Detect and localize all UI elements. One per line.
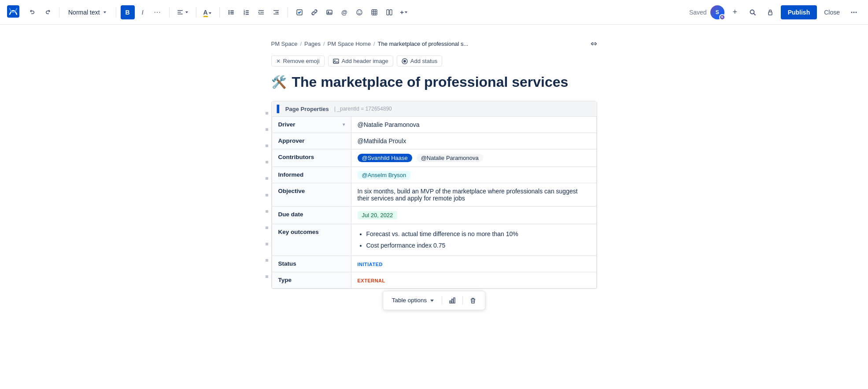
svg-text:3.: 3.	[244, 13, 246, 15]
delete-table-button[interactable]	[466, 294, 480, 307]
task-button[interactable]	[292, 5, 307, 19]
breadcrumb-space[interactable]: PM Space	[271, 41, 298, 47]
publish-button[interactable]: Publish	[781, 5, 817, 19]
emoji-button[interactable]	[352, 5, 366, 19]
table-button[interactable]	[367, 5, 381, 19]
svg-rect-2	[177, 12, 181, 13]
row-label-objective: Objective	[272, 183, 351, 207]
properties-table: Driver ▾ @Natalie Paramonova Approver @M…	[272, 117, 597, 288]
list-item: Cost performance index 0.75	[366, 240, 590, 251]
svg-point-25	[357, 10, 362, 15]
text-color-button[interactable]: A	[201, 5, 215, 19]
image-button[interactable]	[322, 5, 336, 19]
table-row: Key outcomes Forecast vs. actual time di…	[272, 224, 596, 256]
svg-point-38	[851, 11, 853, 13]
remove-emoji-icon: ✕	[276, 58, 281, 64]
page-properties-container: ▌ Page Properties | _parentId = 17265489…	[271, 101, 597, 289]
table-row: Due date Jul 20, 2022	[272, 207, 596, 224]
undo-button[interactable]	[26, 5, 40, 19]
table-options-label: Table options	[392, 297, 427, 304]
informed-tag[interactable]: @Anselm Bryson	[358, 171, 411, 179]
add-collaborator-button[interactable]: +	[728, 5, 742, 19]
more-formatting-button[interactable]: ···	[151, 5, 165, 19]
row-label-key-outcomes: Key outcomes	[272, 224, 351, 256]
trash-icon	[469, 297, 476, 304]
page-properties-header-icon: ▌	[277, 105, 282, 113]
image-icon	[333, 58, 339, 64]
mention-button[interactable]: @	[337, 5, 351, 19]
add-status-button[interactable]: Add status	[397, 56, 442, 67]
svg-rect-0	[7, 5, 19, 18]
layout-button[interactable]	[382, 5, 396, 19]
breadcrumb-current: The marketplace of professional s...	[378, 41, 469, 47]
close-button[interactable]: Close	[820, 5, 843, 19]
row-value-due-date[interactable]: Jul 20, 2022	[351, 207, 596, 224]
more-options-button[interactable]	[847, 5, 861, 19]
svg-point-39	[853, 11, 855, 13]
breadcrumb-pages[interactable]: Pages	[304, 41, 321, 47]
indent-decrease-button[interactable]	[254, 5, 268, 19]
more-insert-button[interactable]: +	[397, 5, 411, 19]
row-value-objective[interactable]: In six months, build an MVP of the marke…	[351, 183, 596, 207]
svg-point-4	[228, 10, 229, 11]
row-value-type[interactable]: EXTERNAL	[351, 272, 596, 288]
restrict-button[interactable]	[763, 5, 777, 19]
key-outcomes-list: Forecast vs. actual time difference is n…	[358, 229, 590, 251]
italic-button[interactable]: I	[136, 5, 150, 19]
table-row: Contributors @Svanhild Haase @Natalie Pa…	[272, 149, 596, 167]
row-value-approver[interactable]: @Mathilda Proulx	[351, 133, 596, 149]
contributor-tag-2[interactable]: @Natalie Paramonova	[417, 154, 483, 162]
row-value-informed[interactable]: @Anselm Bryson	[351, 167, 596, 183]
table-row: Approver @Mathilda Proulx	[272, 133, 596, 149]
svg-rect-21	[275, 12, 279, 13]
svg-rect-20	[273, 14, 279, 15]
link-button[interactable]	[307, 5, 321, 19]
breadcrumb: PM Space / Pages / PM Space Home / The m…	[271, 39, 597, 48]
table-row: Objective In six months, build an MVP of…	[272, 183, 596, 207]
row-handles	[266, 101, 268, 288]
svg-rect-34	[390, 10, 392, 15]
svg-point-24	[328, 11, 329, 12]
numbered-list-button[interactable]: 1.2.3.	[239, 5, 253, 19]
status-badge-external[interactable]: EXTERNAL	[358, 278, 385, 283]
page-title[interactable]: The marketplace of professional services	[292, 74, 569, 90]
page-actions: ✕ ✕ Remove emoji Remove emoji Add header…	[271, 56, 597, 67]
svg-rect-16	[259, 10, 264, 11]
row-value-contributors[interactable]: @Svanhild Haase @Natalie Paramonova	[351, 149, 596, 167]
remove-emoji-button[interactable]: ✕ ✕ Remove emoji Remove emoji	[271, 56, 325, 67]
svg-point-6	[228, 11, 229, 13]
row-value-driver[interactable]: @Natalie Paramonova	[351, 117, 596, 133]
row-label-type: Type	[272, 272, 351, 288]
table-options-button[interactable]: Table options	[388, 295, 439, 305]
svg-rect-11	[246, 10, 249, 11]
bold-button[interactable]: B	[121, 5, 135, 19]
row-value-status[interactable]: INITIATED	[351, 256, 596, 272]
table-row: Type EXTERNAL	[272, 272, 596, 288]
user-avatar[interactable]: S S	[710, 5, 724, 19]
svg-rect-9	[230, 13, 234, 14]
add-header-image-button[interactable]: Add header image	[328, 56, 393, 67]
table-row: Driver ▾ @Natalie Paramonova	[272, 117, 596, 133]
status-badge-initiated[interactable]: INITIATED	[358, 262, 383, 267]
contributor-tag-1[interactable]: @Svanhild Haase	[358, 154, 412, 162]
breadcrumb-expand-button[interactable]: ⇔	[591, 39, 597, 48]
breadcrumb-home[interactable]: PM Space Home	[328, 41, 371, 47]
list-item: Forecast vs. actual time difference is n…	[366, 229, 590, 240]
search-button[interactable]	[746, 5, 760, 19]
chart-button[interactable]	[446, 294, 459, 307]
text-style-label: Normal text	[68, 9, 100, 16]
indent-increase-button[interactable]	[269, 5, 283, 19]
bullet-list-button[interactable]	[224, 5, 238, 19]
logo[interactable]	[7, 5, 19, 19]
text-style-dropdown[interactable]: Normal text	[64, 5, 111, 19]
page-emoji: 🛠️	[271, 75, 287, 89]
avatar-badge: S	[719, 14, 725, 20]
date-chip[interactable]: Jul 20, 2022	[358, 211, 398, 219]
toolbar: Normal text B I ··· A 1.2.3.	[0, 0, 868, 25]
redo-button[interactable]	[41, 5, 55, 19]
divider	[462, 296, 463, 305]
align-dropdown[interactable]	[174, 5, 192, 19]
row-value-key-outcomes[interactable]: Forecast vs. actual time difference is n…	[351, 224, 596, 256]
row-label-status: Status	[272, 256, 351, 272]
row-label-due-date: Due date	[272, 207, 351, 224]
